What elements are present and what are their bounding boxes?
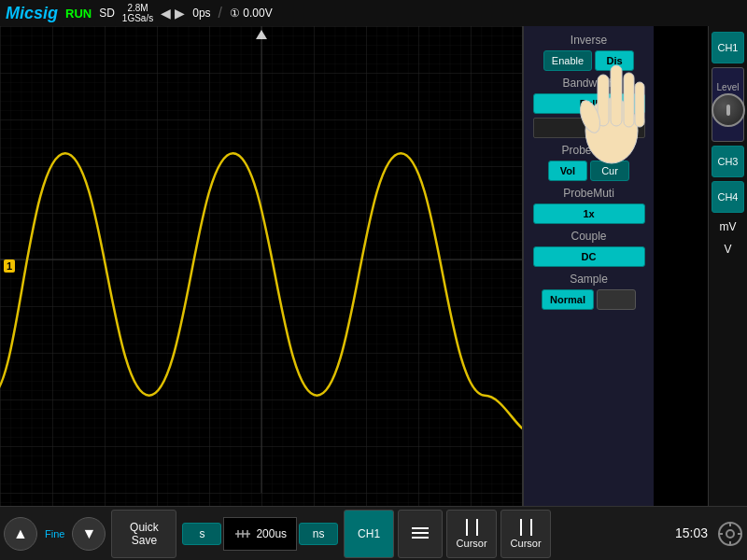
cursor2-label: Cursor: [511, 538, 542, 549]
bandwidth-btn-row: Full: [533, 93, 645, 114]
fine-label: Fine: [45, 528, 64, 539]
probe-type-section: ProbeType Vol Cur: [533, 144, 645, 181]
timebase-200us: 200us: [256, 527, 287, 540]
nav-arrows[interactable]: ◀ ▶: [161, 6, 185, 21]
app-logo: Micsig: [6, 4, 58, 23]
full-bandwidth-button[interactable]: Full: [533, 93, 645, 114]
cursor2-icon: [520, 519, 532, 536]
storage-indicator: SD: [99, 7, 115, 20]
ch1-bottom-label: CH1: [358, 527, 380, 540]
ch1-bottom-button[interactable]: CH1: [344, 510, 394, 558]
side-buttons-panel: CH1 Level CH3 CH4 mV V: [708, 26, 747, 506]
normal-sample-button[interactable]: Normal: [542, 289, 594, 310]
dis-button[interactable]: Dis: [595, 50, 634, 71]
down-arrow-icon: ▼: [81, 525, 96, 542]
enable-button[interactable]: Enable: [543, 50, 592, 71]
dc-button[interactable]: DC: [533, 246, 645, 267]
ch3-side-button[interactable]: CH3: [712, 146, 744, 177]
cursor1-button[interactable]: Cursor: [446, 510, 497, 558]
ch1-side-button[interactable]: CH1: [712, 32, 744, 63]
timebase-ns-button[interactable]: ns: [299, 523, 338, 545]
up-arrow-icon: ▲: [13, 525, 28, 542]
settings-button[interactable]: [713, 510, 747, 558]
mv-label: mV: [712, 217, 744, 237]
channel-settings-panel: Inverse Enable Dis Bandwidth Full ProbeT…: [523, 26, 654, 506]
timebase-control: s 200us ns: [178, 517, 342, 551]
inverse-btn-row: Enable Dis: [533, 50, 645, 71]
memory-info: 2.8M 1GSa/s: [122, 3, 153, 23]
v-label: V: [712, 241, 744, 258]
cur-button[interactable]: Cur: [590, 161, 629, 181]
cursor1-label: Cursor: [457, 538, 487, 549]
waveform-svg: [0, 26, 522, 506]
top-bar: Micsig RUN SD 2.8M 1GSa/s ◀ ▶ 0ps / ① 0.…: [0, 0, 747, 26]
probe-type-title: ProbeType: [561, 144, 615, 157]
couple-section: Couple DC: [533, 230, 645, 267]
vol-button[interactable]: Vol: [548, 161, 587, 181]
probe-muti-btn-row: 1x: [533, 203, 645, 224]
sample-section: Sample Normal: [533, 273, 645, 310]
memory-size: 2.8M: [127, 3, 148, 13]
nav-left-arrow[interactable]: ◀: [161, 6, 171, 21]
timebase-s-button[interactable]: s: [182, 523, 221, 545]
probe-muti-section: ProbeMuti 1x: [533, 187, 645, 224]
clock-display: 15:03: [675, 506, 708, 560]
down-arrow-button[interactable]: ▼: [72, 517, 106, 551]
probe-type-btn-row: Vol Cur: [533, 161, 645, 181]
probe-muti-title: ProbeMuti: [563, 187, 614, 200]
nav-right-arrow[interactable]: ▶: [175, 6, 185, 21]
run-status: RUN: [65, 7, 92, 21]
sample-btn-row: Normal: [533, 289, 645, 310]
couple-btn-row: DC: [533, 246, 645, 267]
oscilloscope-display: 1: [0, 26, 523, 506]
quick-save-button[interactable]: QuickSave: [111, 510, 176, 558]
level-knob[interactable]: [712, 93, 745, 127]
quick-save-label: QuickSave: [130, 521, 159, 547]
level-control[interactable]: Level: [712, 67, 744, 142]
menu-icon: [412, 527, 429, 539]
ch1-voltage-display: ① 0.00V: [230, 7, 273, 20]
settings-icon: [717, 521, 743, 547]
sample-title: Sample: [570, 273, 608, 286]
inverse-title: Inverse: [571, 34, 607, 47]
bottom-bar: ▲ Fine ▼ QuickSave s 200us ns CH1: [0, 506, 747, 560]
svg-point-17: [726, 530, 734, 538]
time-position: 0ps: [192, 7, 210, 20]
sample-rate: 1GSa/s: [122, 13, 153, 23]
bandwidth-section: Bandwidth Full: [533, 77, 645, 138]
cursor1-icon: [466, 519, 478, 536]
couple-title: Couple: [571, 230, 606, 243]
top-divider: /: [218, 5, 222, 21]
clock-time: 15:03: [675, 525, 708, 540]
timebase-value: 200us: [223, 517, 297, 551]
level-label: Level: [717, 82, 740, 92]
probe-muti-value-button[interactable]: 1x: [533, 203, 645, 224]
bandwidth-title: Bandwidth: [562, 77, 614, 90]
ch1-marker: 1: [4, 259, 15, 273]
inverse-section: Inverse Enable Dis: [533, 34, 645, 71]
sample-right-button[interactable]: [597, 289, 636, 310]
cursor2-button[interactable]: Cursor: [500, 510, 551, 558]
up-arrow-button[interactable]: ▲: [4, 517, 37, 551]
menu-button[interactable]: [398, 510, 443, 558]
ch4-side-button[interactable]: CH4: [712, 181, 744, 213]
